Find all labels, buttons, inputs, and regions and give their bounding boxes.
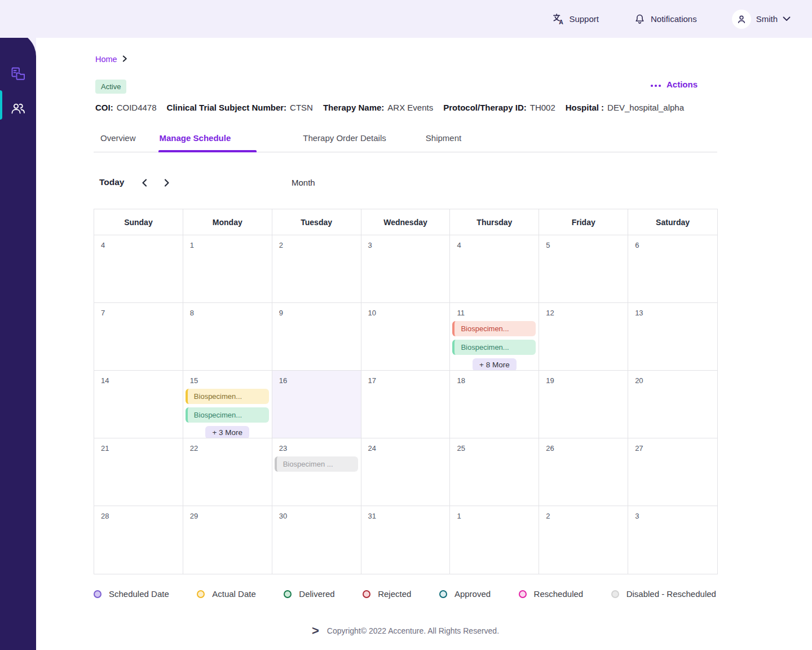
tab-shipment[interactable]: Shipment	[425, 133, 462, 152]
tab-overview[interactable]: Overview	[99, 133, 137, 152]
calendar-event-delivered[interactable]: Biospecimen...	[452, 340, 536, 355]
day-number: 16	[272, 371, 361, 389]
legend-dot	[439, 590, 447, 598]
notifications-label: Notifications	[651, 14, 697, 24]
day-number: 25	[450, 438, 539, 456]
calendar-day-cell[interactable]: 10	[361, 303, 451, 371]
legend-label: Disabled - Rescheduled	[626, 589, 716, 599]
legend-item: Actual Date	[197, 589, 256, 599]
next-month-button[interactable]	[161, 176, 173, 191]
calendar-day-cell[interactable]: 5	[539, 235, 628, 303]
calendar-day-cell[interactable]: 23Biospecimen ...	[272, 438, 361, 506]
calendar-day-cell[interactable]: 12	[539, 303, 628, 371]
weekday-header: Thursday	[450, 209, 539, 235]
calendar-day-cell[interactable]: 4	[450, 235, 539, 303]
calendar-day-cell[interactable]: 16	[272, 371, 361, 438]
calendar-day-cell[interactable]: 24	[361, 438, 451, 506]
calendar-day-cell[interactable]: 6	[628, 235, 717, 303]
calendar-day-cell[interactable]: 1	[183, 235, 272, 303]
support-button[interactable]: A Support	[552, 13, 599, 25]
calendar-day-cell[interactable]: 9	[272, 303, 361, 371]
breadcrumb-home-link[interactable]: Home	[95, 55, 117, 64]
calendar-day-cell[interactable]: 11Biospecimen...Biospecimen...+ 8 More	[450, 303, 539, 371]
sidebar	[0, 32, 36, 650]
day-number: 4	[450, 235, 539, 253]
calendar-toolbar: Today Month	[94, 174, 717, 195]
calendar-day-cell[interactable]: 21	[94, 438, 183, 506]
calendar-day-cell[interactable]: 27	[628, 438, 717, 506]
tab-manage-schedule[interactable]: Manage Schedule	[158, 133, 257, 152]
day-number: 9	[272, 303, 361, 321]
day-number: 10	[361, 303, 450, 321]
day-number: 13	[628, 303, 717, 321]
more-events-button[interactable]: + 8 More	[473, 358, 517, 371]
calendar-legend: Scheduled DateActual DateDeliveredReject…	[94, 589, 716, 599]
prev-month-button[interactable]	[139, 176, 150, 191]
breadcrumb-chevron-icon	[122, 54, 127, 64]
calendar-event-disabled[interactable]: Biospecimen ...	[275, 456, 358, 472]
legend-dot	[284, 590, 292, 598]
calendar-day-cell[interactable]: 2	[272, 235, 361, 303]
tab-bar: OverviewManage ScheduleTherapy Order Det…	[94, 133, 717, 152]
calendar-day-cell[interactable]: 3	[628, 506, 717, 574]
sidebar-item-patients[interactable]	[7, 98, 29, 121]
calendar-event-rejected[interactable]: Biospecimen...	[452, 321, 536, 336]
calendar-day-cell[interactable]: 20	[628, 371, 717, 438]
calendar-day-cell[interactable]: 29	[183, 506, 272, 574]
calendar-event-actual[interactable]: Biospecimen...	[186, 389, 269, 404]
calendar-day-cell[interactable]: 31	[361, 506, 451, 574]
legend-item: Delivered	[284, 589, 334, 599]
calendar-day-cell[interactable]: 19	[539, 371, 628, 438]
info-field-value: TH002	[530, 103, 555, 112]
subject-info-row: COI:COID4478Clinical Trial Subject Numbe…	[95, 103, 717, 112]
calendar-day-cell[interactable]: 25	[450, 438, 539, 506]
notifications-button[interactable]: Notifications	[634, 13, 697, 25]
calendar-day-cell[interactable]: 18	[450, 371, 539, 438]
footer: > Copyright© 2022 Accenture. All Rights …	[94, 625, 717, 637]
calendar-day-cell[interactable]: 1	[450, 506, 539, 574]
legend-dot	[363, 590, 370, 598]
more-events-button[interactable]: + 3 More	[205, 426, 249, 438]
calendar-day-cell[interactable]: 30	[272, 506, 361, 574]
calendar-day-cell[interactable]: 4	[94, 235, 183, 303]
avatar	[732, 10, 751, 29]
calendar-day-cell[interactable]: 17	[361, 371, 451, 438]
day-number: 29	[183, 506, 272, 524]
sidebar-item-trials[interactable]	[7, 63, 29, 86]
calendar-day-cell[interactable]: 22	[183, 438, 272, 506]
legend-item: Scheduled Date	[94, 589, 169, 599]
day-number: 11	[450, 303, 539, 321]
day-number: 26	[539, 438, 628, 456]
calendar-day-cell[interactable]: 3	[361, 235, 451, 303]
weekday-header: Tuesday	[272, 209, 361, 235]
calendar-event-delivered[interactable]: Biospecimen...	[186, 407, 269, 423]
legend-label: Actual Date	[212, 589, 256, 599]
support-label: Support	[569, 14, 599, 24]
top-bar: A Support Notifications Smith	[0, 0, 812, 38]
legend-dot	[519, 590, 527, 598]
today-button[interactable]: Today	[99, 177, 125, 187]
day-number: 2	[272, 235, 361, 253]
user-menu[interactable]: Smith	[732, 10, 791, 29]
calendar-day-cell[interactable]: 14	[94, 371, 183, 438]
svg-text:A: A	[559, 19, 564, 25]
tab-therapy-order-details[interactable]: Therapy Order Details	[302, 133, 387, 152]
calendar-day-cell[interactable]: 13	[628, 303, 717, 371]
calendar-day-cell[interactable]: 15Biospecimen...Biospecimen...+ 3 More	[183, 371, 272, 438]
info-field-label: Clinical Trial Subject Number:	[167, 103, 287, 112]
weekday-header: Monday	[183, 209, 272, 235]
calendar-day-cell[interactable]: 28	[94, 506, 183, 574]
translate-icon: A	[552, 13, 564, 25]
day-number: 3	[361, 235, 450, 253]
calendar-day-cell[interactable]: 8	[183, 303, 272, 371]
weekday-header: Friday	[539, 209, 628, 235]
calendar-day-cell[interactable]: 26	[539, 438, 628, 506]
main-content: Home Active Actions COI:COID4478Clinical…	[94, 38, 717, 637]
weekday-header: Saturday	[628, 209, 717, 235]
info-field: COI:COID4478	[95, 103, 157, 112]
actions-button[interactable]: Actions	[650, 80, 698, 89]
calendar-day-cell[interactable]: 2	[539, 506, 628, 574]
view-selector-month[interactable]: Month	[292, 178, 315, 187]
day-number: 19	[539, 371, 628, 389]
calendar-day-cell[interactable]: 7	[94, 303, 183, 371]
